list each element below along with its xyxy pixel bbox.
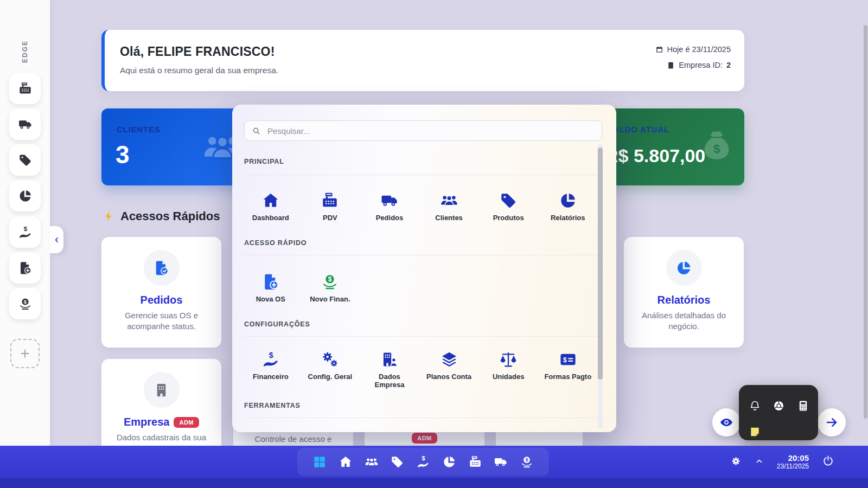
modal-scrollbar-thumb[interactable] [598,147,603,380]
cash-register-icon [321,191,339,210]
money-deposit-icon[interactable] [520,455,534,469]
stat-label: SALDO ATUAL [607,125,669,134]
building-user-icon [380,350,399,369]
item-label: Financeiro [253,373,289,381]
command-palette-modal: PRINCIPAL Dashboard PDV Pedidos Clientes… [232,105,616,432]
eye-icon [719,415,733,429]
file-check-icon [144,250,180,286]
card-description: Análises detalhadas do negócio. [633,310,735,332]
modal-item-pdv[interactable]: PDV [301,191,360,222]
search-icon [252,126,261,136]
modal-item-dashboard[interactable]: Dashboard [241,191,301,222]
quick-card-relatorios[interactable]: Relatórios Análises detalhadas do negóci… [624,237,744,348]
divider [244,255,600,255]
tray-popup-panel [739,385,818,440]
sidebar-item-financeiro[interactable] [9,216,41,248]
search-input[interactable] [266,126,595,136]
privacy-toggle-button[interactable] [712,408,741,436]
cash-register-icon [18,81,33,96]
item-label: Planos Conta [426,373,471,381]
modal-item-clientes[interactable]: Clientes [419,191,479,222]
search-box[interactable] [244,120,602,141]
card-title: Pedidos [141,294,183,306]
adm-badge: ADM [174,417,199,428]
tag-icon[interactable] [390,455,404,469]
section-title-configuracoes: CONFIGURAÇÕES [244,320,310,328]
modal-item-planos-conta[interactable]: Planos Conta [419,350,479,389]
chevron-up-icon[interactable] [755,457,764,468]
section-title-principal: PRINCIPAL [244,158,284,165]
sidebar-item-relatorios[interactable] [9,180,41,211]
section-items-acesso-rapido: Nova OS Novo Finan. [241,273,360,304]
sidebar-collapse-button[interactable] [50,226,63,253]
home-icon[interactable] [339,455,353,469]
hand-dollar-icon [261,350,280,369]
sticky-note-icon[interactable] [748,425,761,438]
pie-chart-icon[interactable] [442,455,456,469]
tray-expand-button[interactable] [818,408,846,436]
modal-item-nova-os[interactable]: Nova OS [241,273,301,304]
card-description: Controle de acesso e [242,434,344,445]
sidebar: EDGE [0,0,50,446]
home-icon [261,191,280,210]
calculator-icon[interactable] [796,399,809,412]
sidebar-item-pdv[interactable] [9,73,41,104]
item-label: Config. Geral [308,373,353,381]
settings-gear-icon[interactable] [730,455,742,469]
adm-badge: ADM [412,433,437,444]
modal-item-produtos[interactable]: Produtos [478,191,538,222]
sidebar-item-novo-financeiro[interactable] [9,288,41,319]
tag-icon [18,153,33,168]
windows-icon[interactable] [312,455,327,469]
add-shortcut-button[interactable] [10,339,40,368]
modal-item-config-geral[interactable]: Config. Geral [301,350,360,389]
lightning-icon [103,210,115,222]
modal-item-dados-empresa[interactable]: Dados Empresa [360,350,419,389]
modal-item-pedidos[interactable]: Pedidos [360,191,419,222]
stat-value: 3 [116,140,130,169]
pie-chart-icon [666,250,702,286]
chrome-icon[interactable] [772,399,785,412]
truck-icon[interactable] [494,455,508,469]
taskbar-clock[interactable]: 20:05 23/11/2025 [777,453,809,470]
divider [244,418,600,418]
item-label: Pedidos [376,214,404,222]
quick-card-pedidos[interactable]: Pedidos Gerencie suas OS e acompanhe sta… [101,237,221,348]
item-label: Nova OS [256,296,285,304]
pie-chart-icon [559,191,577,210]
modal-item-relatorios[interactable]: Relatórios [538,191,598,222]
users-icon[interactable] [365,455,379,469]
sidebar-item-produtos[interactable] [9,144,41,176]
item-label: Clientes [435,214,463,222]
calendar-icon [655,46,663,54]
section-title-ferramentas: FERRAMENTAS [244,402,301,409]
money-deposit-icon [321,273,339,291]
hand-dollar-icon[interactable] [416,455,430,469]
item-label: Dashboard [252,214,289,222]
modal-item-formas-pagto[interactable]: Formas Pagto [538,350,598,389]
truck-icon [18,117,33,132]
power-icon[interactable] [822,455,834,470]
item-label: Novo Finan. [310,296,350,304]
file-plus-icon [18,261,33,275]
quick-access-heading: Acessos Rápidos [103,209,220,223]
sidebar-item-pedidos[interactable] [9,108,41,140]
stat-card-clientes[interactable]: CLIENTES 3 [101,108,254,185]
tag-icon [499,191,518,210]
bell-icon[interactable] [748,399,761,412]
building-icon [144,372,180,408]
divider [244,336,600,337]
modal-item-financeiro[interactable]: Financeiro [241,350,301,389]
sidebar-item-nova-os[interactable] [9,252,41,284]
scale-icon [499,350,518,369]
card-description: Dados cadastrais da sua [110,432,213,443]
section-items-configuracoes: Financeiro Config. Geral Dados Empresa P… [241,350,598,389]
cash-register-icon[interactable] [468,455,482,469]
welcome-card: Olá, FELIPE FRANCISCO! Aqui está o resum… [101,30,744,91]
item-label: Unidades [493,373,525,381]
modal-item-novo-financeiro[interactable]: Novo Finan. [301,273,360,304]
page-scrollbar-thumb[interactable] [864,25,867,419]
date-info: Hoje é 23/11/2025 [655,45,731,54]
modal-item-unidades[interactable]: Unidades [478,350,538,389]
stat-value: R$ 5.807,00 [605,145,705,166]
